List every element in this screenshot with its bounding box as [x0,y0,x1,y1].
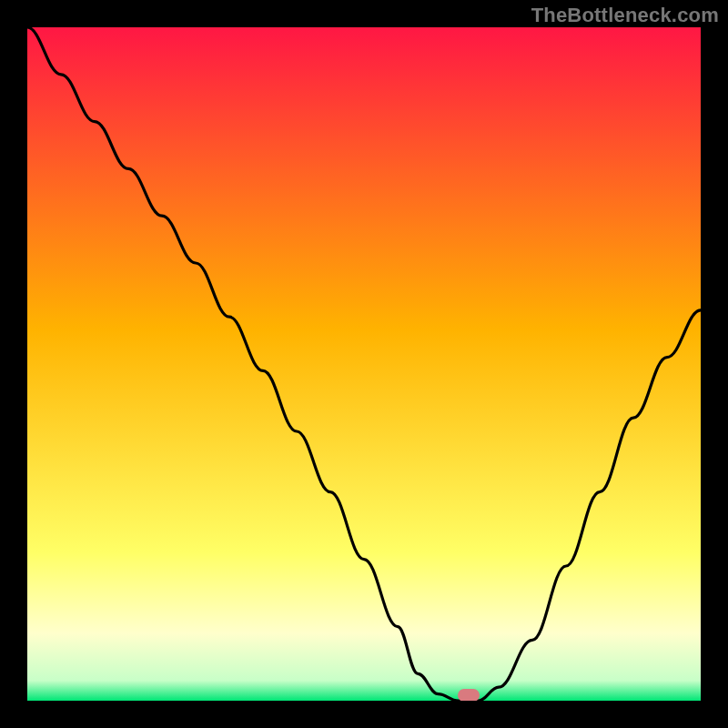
bottleneck-curve [27,27,701,701]
chart-frame: TheBottleneck.com [0,0,728,728]
plot-area [27,27,701,701]
watermark-text: TheBottleneck.com [531,4,719,27]
optimal-point-marker [458,689,480,701]
